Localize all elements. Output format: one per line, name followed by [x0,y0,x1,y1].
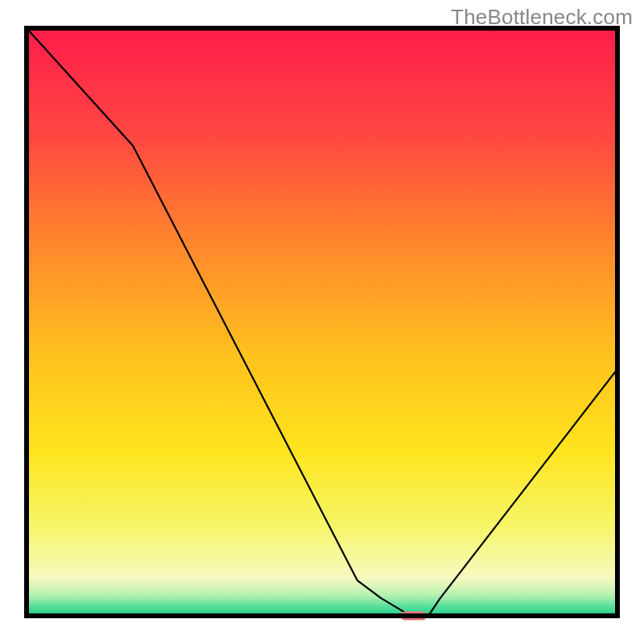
chart-wrap: TheBottleneck.com [0,0,644,644]
bottleneck-chart [0,0,644,644]
watermark-text: TheBottleneck.com [451,5,633,30]
plot-background [27,28,617,616]
